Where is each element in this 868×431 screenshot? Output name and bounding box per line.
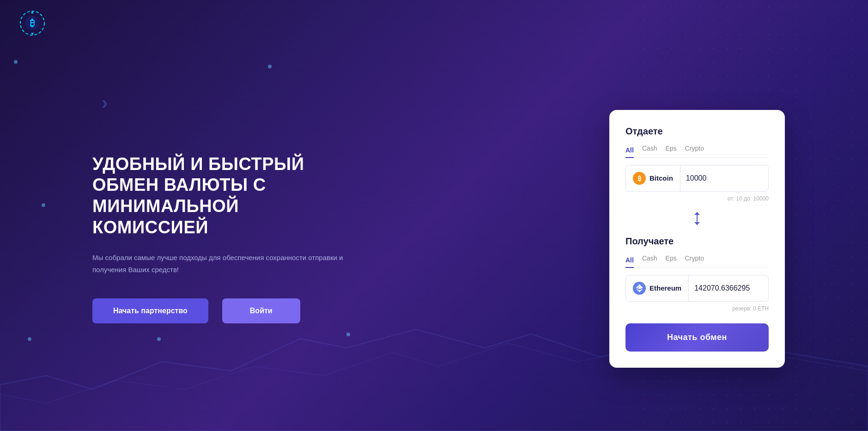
start-exchange-button[interactable]: Начать обмен (625, 323, 769, 352)
login-button[interactable]: Войти (222, 298, 300, 323)
give-tab-crypto[interactable]: Crypto (685, 144, 704, 153)
get-section: Получаете All Cash Eps Crypto (625, 236, 769, 312)
partner-button[interactable]: Начать партнерство (92, 298, 208, 323)
give-tab-all[interactable]: All (625, 144, 634, 158)
swap-icon (691, 211, 704, 226)
give-amount-input[interactable] (680, 168, 769, 189)
ethereum-icon (633, 282, 646, 295)
get-currency-input-row: Ethereum (625, 275, 769, 302)
get-tab-all[interactable]: All (625, 254, 634, 268)
swap-button[interactable] (689, 210, 705, 227)
hero-description: Мы собрали самые лучше подходы для обесп… (92, 252, 346, 275)
logo[interactable]: ₿ (18, 9, 46, 37)
get-filter-tabs: All Cash Eps Crypto (625, 254, 769, 268)
get-tab-cash[interactable]: Cash (642, 254, 657, 263)
get-currency-selector[interactable]: Ethereum (626, 275, 689, 301)
give-filter-tabs: All Cash Eps Crypto (625, 144, 769, 158)
exchange-card: Отдаете All Cash Eps Crypto ₿ Bitcoin ? … (609, 110, 785, 368)
hero-title: УДОБНЫЙ И БЫСТРЫЙ ОБМЕН ВАЛЮТЫ С МИНИМАЛ… (92, 154, 346, 238)
get-reserve-info: резерв: 0 ETH (625, 305, 769, 312)
give-tab-cash[interactable]: Cash (642, 144, 657, 153)
get-tab-eps[interactable]: Eps (666, 254, 677, 263)
give-currency-selector[interactable]: ₿ Bitcoin (626, 165, 680, 191)
logo-icon: ₿ (18, 9, 46, 37)
give-section: Отдаете All Cash Eps Crypto ₿ Bitcoin ? … (625, 126, 769, 202)
get-currency-name: Ethereum (649, 284, 681, 292)
swap-arrow (625, 210, 769, 227)
give-currency-name: Bitcoin (649, 174, 673, 182)
give-currency-input-row: ₿ Bitcoin ? (625, 165, 769, 192)
left-content: УДОБНЫЙ И БЫСТРЫЙ ОБМЕН ВАЛЮТЫ С МИНИМАЛ… (92, 154, 346, 323)
eth-logo-icon (636, 284, 643, 292)
give-range-info: от: 10 до: 10000 (625, 195, 769, 202)
hero-buttons: Начать партнерство Войти (92, 298, 346, 323)
get-amount-input[interactable] (689, 278, 769, 299)
bitcoin-icon: ₿ (633, 172, 646, 185)
give-tab-eps[interactable]: Eps (666, 144, 677, 153)
get-tab-crypto[interactable]: Crypto (685, 254, 704, 263)
give-title: Отдаете (625, 126, 769, 137)
site-header: ₿ (0, 0, 868, 46)
main-content: УДОБНЫЙ И БЫСТРЫЙ ОБМЕН ВАЛЮТЫ С МИНИМАЛ… (0, 46, 868, 431)
svg-text:₿: ₿ (30, 18, 35, 28)
get-title: Получаете (625, 236, 769, 247)
